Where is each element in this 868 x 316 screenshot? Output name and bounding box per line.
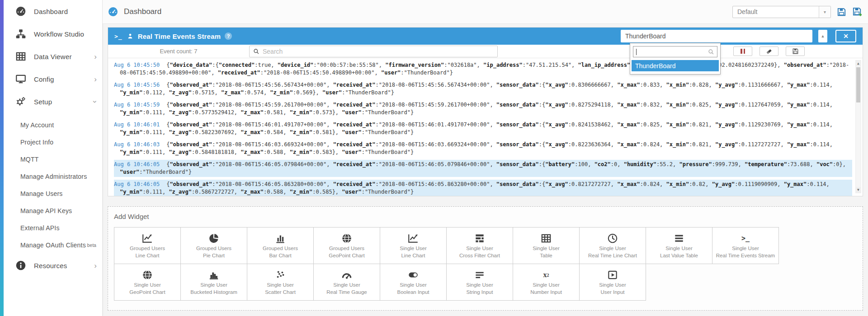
histogram-icon [208,269,220,281]
widget-tile-last-value-table[interactable]: Single User Last Value Table [646,227,712,264]
device-option-thunderboard[interactable]: ThunderBoard [632,60,719,71]
event-json: {"observed_at":"2018-08-06T15:45:59.2617… [120,102,836,116]
globe-icon [142,269,153,281]
widget-tile-grouped-line-chart[interactable]: Grouped Users Line Chart [114,227,181,264]
info-icon [15,260,27,271]
event-timestamp: Aug 6 10:45:59 [114,102,166,108]
sidebar-subitem-manage-api-keys[interactable]: Manage API Keys [4,202,102,219]
add-widget-panel: Add Widget Grouped Users Line Chart Grou… [108,206,863,311]
subitem-label: Manage OAuth Clients [20,242,86,249]
gears-icon [15,96,27,107]
save-dashboard-button[interactable] [836,7,847,17]
widget-tile-scatter-chart[interactable]: Single User Scatter Chart [247,264,314,301]
device-search-input[interactable] [633,46,717,57]
widget-group-label: Single User [200,282,227,288]
widget-type-label: GeoPoint Chart [129,289,165,295]
widget-tile-bucketed-histogram[interactable]: Single User Bucketed Histogram [180,264,247,301]
event-json: {"observed_at":"2018-08-06T15:46:03.6693… [120,141,836,155]
widget-tile-number-input[interactable]: x2 Single User Number Input [513,264,580,301]
widget-tile-real-time-events-stream[interactable]: >_ Single User Real Time Events Stream [712,227,779,264]
sidebar-item-label: Data Viewer [34,53,94,60]
scroll-down-icon[interactable]: ▼ [856,187,861,193]
sidebar-item-data-viewer[interactable]: Data Viewer › [4,45,102,68]
event-json: {"observed_at":"2018-08-06T15:46:05.0798… [120,161,849,175]
sidebar-subitem-mqtt[interactable]: MQTT [4,151,102,168]
event-timestamp: Aug 6 10:46:03 [114,141,166,148]
widget-type-label: Real Time Gauge [326,289,367,295]
sidebar-subitem-manage-users[interactable]: Manage Users [4,185,102,202]
widget-tile-real-time-line-chart[interactable]: Single User Real Time Line Chart [579,227,646,264]
scroll-up-icon[interactable]: ▲ [856,60,861,66]
sidebar-subitem-manage-administrators[interactable]: Manage Administrators [4,168,102,185]
widget-type-label: GeoPoint Chart [329,253,364,259]
event-timestamp: Aug 6 10:46:05 [114,181,166,187]
sidebar-subitem-project-info[interactable]: Project Info [4,134,102,151]
widget-tile-grouped-bar-chart[interactable]: Grouped Users Bar Chart [247,227,314,264]
sidebar-item-label: Dashboard [34,8,97,15]
terminal-icon: >_ [741,232,750,244]
widget-type-label: Pie Chart [203,253,225,259]
page-title: Dashboard [124,7,161,16]
subitem-label: Manage Users [20,190,62,197]
widget-tile-grouped-geopoint-chart[interactable]: Grouped Users GeoPoint Chart [313,227,380,264]
widget-group-label: Grouped Users [130,246,165,251]
widget-tile-single-geopoint-chart[interactable]: Single User GeoPoint Chart [114,264,181,301]
combo-collapse-icon[interactable]: ▲ [818,30,827,42]
widget-type-label: Bucketed Histogram [190,289,237,295]
widget-tile-string-input[interactable]: Single User String Input [446,264,513,301]
widget-type-label: Last Value Table [660,253,698,259]
events-stream-header: >_ Real Time Events Stream ? ThunderBoar… [108,28,863,45]
sidebar-item-workflow-studio[interactable]: Workflow Studio [4,23,102,45]
sidebar-subitem-manage-oauth-clients[interactable]: Manage OAuth Clientsbeta [4,237,102,254]
dashboard-content: >_ Real Time Events Stream ? ThunderBoar… [103,24,868,311]
widget-tile-cross-filter-chart[interactable]: Single User Cross Filter Chart [446,227,513,264]
widget-tile-real-time-gauge[interactable]: Single User Real Time Gauge [313,264,380,301]
help-icon[interactable]: ? [225,33,232,40]
main-area: Dashboard Default ▾ >_ Real Time Events … [103,0,868,316]
close-widget-button[interactable]: ✕ [835,30,856,42]
chevron-right-icon: › [94,262,97,270]
event-json: {"observed_at":"2018-08-06T15:45:56.5674… [120,82,836,96]
widget-type-label: Table [540,253,552,259]
sidebar-subitem-external-apis[interactable]: External APIs [4,219,102,237]
widget-type-label: String Input [467,289,493,295]
sidebar: Dashboard Workflow Studio Data Viewer › … [4,0,103,316]
widget-group-label: Grouped Users [263,246,298,251]
scrollbar-thumb[interactable] [856,67,860,102]
widget-group-label: Grouped Users [329,246,364,251]
x-squared-icon: x2 [543,269,549,281]
device-dropdown: ThunderBoard [630,43,721,74]
cross-filter-icon [474,232,486,244]
text-cursor [636,49,637,55]
widget-type-label: Real Time Events Stream [716,253,775,259]
dashboard-select[interactable]: Default ▾ [732,6,831,18]
event-json: {"observed_at":"2018-08-06T15:46:05.8632… [120,181,833,195]
log-scrollbar[interactable]: ▲ ▼ [855,60,861,193]
sidebar-item-dashboard[interactable]: Dashboard [4,0,102,23]
sidebar-item-config[interactable]: Config › [4,68,102,90]
sidebar-subitem-my-account[interactable]: My Account [4,116,102,134]
widget-tile-single-line-chart[interactable]: Single User Line Chart [380,227,447,264]
pause-stream-button[interactable] [733,46,752,56]
sidebar-item-setup[interactable]: Setup › [4,90,102,113]
widget-group-label: Single User [665,246,692,251]
widget-tile-table[interactable]: Single User Table [513,227,580,264]
search-icon [708,49,714,55]
device-combo[interactable]: ThunderBoard [621,30,812,42]
event-search-input[interactable] [263,48,494,55]
widget-tile-user-input[interactable]: Single User User Input [579,264,646,301]
subitem-label: Project Info [20,139,53,146]
widget-tile-boolean-input[interactable]: Single User Boolean Input [380,264,447,301]
save-dashboard-as-button[interactable] [852,7,863,17]
user-icon [127,33,134,40]
widget-type-label: User Input [600,289,624,295]
widget-group-label: Single User [333,282,360,288]
widget-grid: Grouped Users Line Chart Grouped Users P… [114,227,863,301]
sidebar-item-label: Config [34,75,94,83]
save-events-button[interactable] [786,46,805,56]
list-table-icon [673,232,685,244]
widget-tile-grouped-pie-chart[interactable]: Grouped Users Pie Chart [180,227,247,264]
clear-events-button[interactable] [760,46,778,56]
terminal-icon: >_ [114,33,123,40]
sidebar-item-resources[interactable]: Resources › [4,256,102,274]
